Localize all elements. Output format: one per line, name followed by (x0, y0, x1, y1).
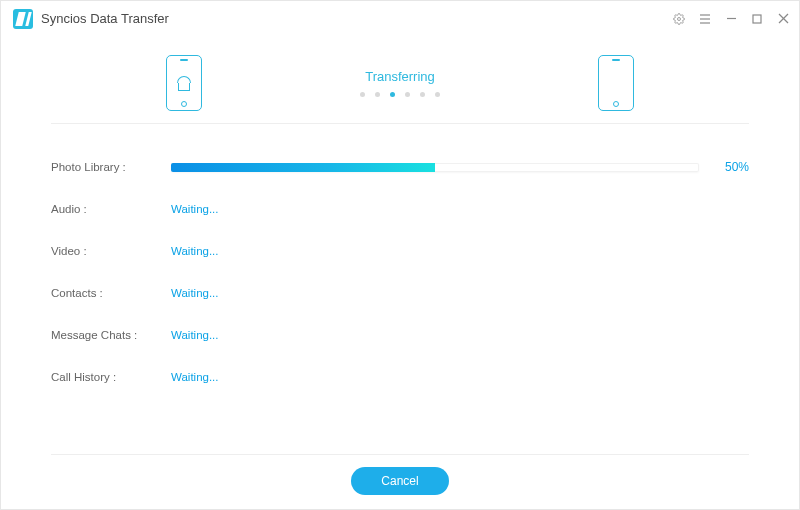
step-dot (420, 92, 425, 97)
titlebar: Syncios Data Transfer (1, 1, 799, 37)
progress-dots (360, 92, 440, 97)
row-status: Waiting... (171, 371, 699, 383)
source-device-icon (166, 55, 202, 111)
progress-bar (171, 163, 699, 172)
progress-wrap (171, 163, 699, 172)
step-dot (360, 92, 365, 97)
row-label: Video : (51, 245, 171, 257)
transfer-row-message-chats: Message Chats : Waiting... (51, 314, 749, 356)
row-status: Waiting... (171, 329, 699, 341)
progress-percent: 50% (699, 160, 749, 174)
step-dot-active (390, 92, 395, 97)
settings-icon[interactable] (673, 13, 685, 25)
transfer-header: Transferring (1, 37, 799, 113)
transfer-row-call-history: Call History : Waiting... (51, 356, 749, 398)
progress-bar-fill (171, 163, 435, 172)
row-label: Call History : (51, 371, 171, 383)
transfer-list: Photo Library : 50% Audio : Waiting... V… (1, 124, 799, 446)
cancel-button[interactable]: Cancel (351, 467, 448, 495)
close-icon[interactable] (777, 13, 789, 25)
row-label: Audio : (51, 203, 171, 215)
menu-icon[interactable] (699, 13, 711, 25)
maximize-icon[interactable] (751, 13, 763, 25)
row-status: Waiting... (171, 245, 699, 257)
step-dot (405, 92, 410, 97)
row-status: Waiting... (171, 203, 699, 215)
transfer-row-video: Video : Waiting... (51, 230, 749, 272)
step-dot (435, 92, 440, 97)
svg-point-0 (678, 17, 681, 20)
step-dot (375, 92, 380, 97)
transfer-row-audio: Audio : Waiting... (51, 188, 749, 230)
app-title: Syncios Data Transfer (41, 11, 169, 26)
titlebar-right (673, 13, 789, 25)
svg-rect-5 (753, 15, 761, 23)
transfer-status-label: Transferring (360, 69, 440, 84)
titlebar-left: Syncios Data Transfer (13, 9, 169, 29)
row-status: Waiting... (171, 287, 699, 299)
android-icon (177, 76, 191, 90)
app-window: Syncios Data Transfer (0, 0, 800, 510)
row-label: Photo Library : (51, 161, 171, 173)
target-device-icon (598, 55, 634, 111)
row-label: Contacts : (51, 287, 171, 299)
transfer-row-photo-library: Photo Library : 50% (51, 146, 749, 188)
row-label: Message Chats : (51, 329, 171, 341)
app-logo-icon (13, 9, 33, 29)
footer: Cancel (1, 455, 799, 509)
transfer-row-contacts: Contacts : Waiting... (51, 272, 749, 314)
minimize-icon[interactable] (725, 13, 737, 25)
